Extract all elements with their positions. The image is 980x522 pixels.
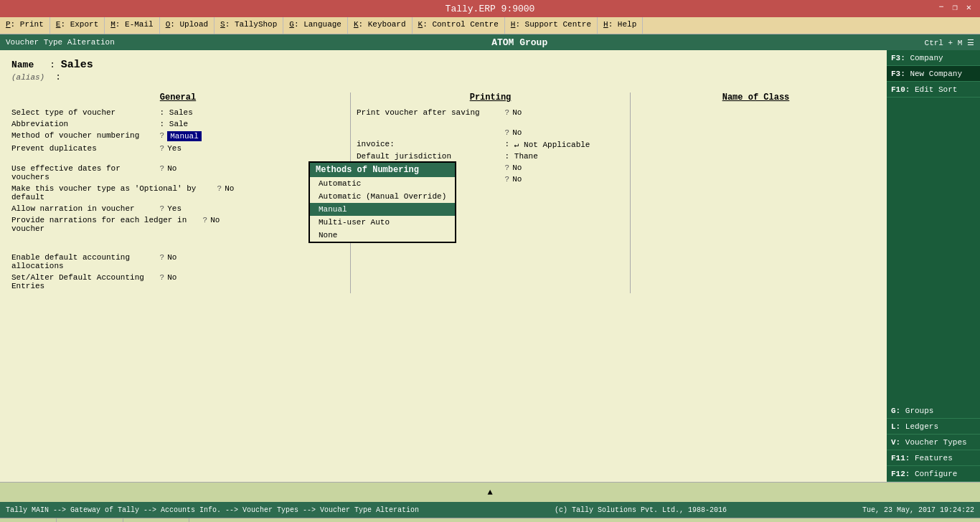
numbering-method-value[interactable]: Manual — [167, 131, 202, 141]
menu-support[interactable]: H: Support Centre — [505, 17, 598, 34]
name-of-class-column: Name of Class — [630, 92, 881, 293]
dropdown-item-multi-user-auto[interactable]: Multi-user Auto — [310, 216, 455, 229]
right-sidebar: F3: Company F3: New Company F10: Edit So… — [887, 50, 980, 482]
general-header: General — [11, 92, 344, 103]
alias-label: (alias) — [11, 73, 44, 82]
content-area: Name : Sales (alias) : General Select ty… — [0, 50, 887, 482]
dropdown-title: Methods of Numbering — [310, 163, 455, 177]
form-row: Provide narrations for each ledger in vo… — [11, 216, 344, 233]
form-row-numbering: Method of voucher numbering ? Manual — [11, 131, 344, 141]
quit-button[interactable]: Q: Quit — [0, 518, 57, 522]
up-arrow-icon: ▲ — [487, 488, 492, 498]
name-of-class-header: Name of Class — [636, 92, 875, 103]
sidebar-btn-company[interactable]: F3: Company — [887, 50, 980, 66]
ctrl-m: Ctrl + M ☰ — [925, 38, 974, 47]
name-label: Name — [11, 60, 34, 70]
dropdown-item-manual[interactable]: Manual — [310, 203, 455, 216]
menu-tallyshop[interactable]: S: TallyShop — [215, 17, 283, 34]
headerbar: Voucher Type Alteration ATOM Group Ctrl … — [0, 34, 980, 50]
footerbar: Q: Quit A: Accept D: Delete Ctrl + N — [0, 518, 980, 522]
statusbar: Tally MAIN --> Gateway of Tally --> Acco… — [0, 502, 980, 518]
restore-button[interactable]: ❐ — [950, 2, 961, 13]
menu-email[interactable]: M: E-Mail — [105, 17, 159, 34]
delete-button[interactable]: D: Delete — [123, 518, 189, 522]
menu-upload[interactable]: O: Upload — [160, 17, 215, 34]
form-row: Set/Alter Default Accounting Entries ? N… — [11, 273, 344, 290]
menu-help[interactable]: H: Help — [598, 17, 643, 34]
form-row: Default jurisdiction : Thane — [357, 152, 624, 161]
menu-control-centre[interactable]: K: Control Centre — [413, 17, 505, 34]
sidebar-btn-new-company[interactable]: F3: New Company — [887, 66, 980, 82]
menu-language[interactable]: G: Language — [283, 17, 348, 34]
minimize-button[interactable]: − — [936, 2, 946, 13]
form-row: Print voucher after saving ? No — [357, 108, 624, 117]
form-row: Prevent duplicates ? Yes — [11, 144, 344, 153]
close-button[interactable]: ✕ — [963, 2, 974, 13]
name-value[interactable]: Sales — [61, 59, 93, 71]
form-title: Voucher Type Alteration — [6, 38, 115, 47]
form-row: Select type of voucher : Sales — [11, 108, 344, 117]
menubar: P: Print E: Export M: E-Mail O: Upload S… — [0, 17, 980, 34]
general-column: General Select type of voucher : Sales A… — [6, 92, 350, 293]
menu-keyboard[interactable]: K: Keyboard — [348, 17, 413, 34]
form-row: Enable default accounting allocations ? … — [11, 253, 344, 270]
sidebar-btn-configure[interactable]: F12: Configure — [887, 466, 980, 482]
printing-header: Printing — [357, 92, 624, 103]
form-row: invoice: : ↵ Not Applicable — [357, 140, 624, 149]
form-row: Allow narration in voucher ? Yes — [11, 204, 344, 213]
form-row: Make this voucher type as 'Optional' by … — [11, 184, 344, 201]
form-row: Use effective dates for vouchers ? No — [11, 164, 344, 181]
datetime: Tue, 23 May, 2017 19:24:22 — [862, 506, 974, 514]
sidebar-btn-features[interactable]: F11: Features — [887, 450, 980, 466]
sidebar-btn-edit-sort[interactable]: F10: Edit Sort — [887, 82, 980, 98]
accept-button[interactable]: A: Accept — [57, 518, 123, 522]
name-section: Name : Sales (alias) : — [6, 56, 881, 87]
menu-print[interactable]: P: Print — [0, 17, 50, 34]
sidebar-btn-groups[interactable]: G: Groups — [887, 403, 980, 419]
menu-export[interactable]: E: Export — [50, 17, 105, 34]
form-row: Abbreviation : Sale — [11, 120, 344, 128]
app-title: Tally.ERP 9:9000 — [446, 4, 535, 14]
bottom-arrow-bar: ▲ — [0, 482, 980, 502]
form-row: ? No — [357, 128, 624, 137]
methods-of-numbering-dropdown[interactable]: Methods of Numbering Automatic Automatic… — [308, 161, 456, 243]
dropdown-item-automatic-manual-override[interactable]: Automatic (Manual Override) — [310, 190, 455, 203]
sidebar-btn-ledgers[interactable]: L: Ledgers — [887, 419, 980, 435]
dropdown-item-automatic[interactable]: Automatic — [310, 177, 455, 190]
dropdown-item-none[interactable]: None — [310, 229, 455, 242]
copyright: (c) Tally Solutions Pvt. Ltd., 1988-2016 — [555, 506, 727, 514]
sidebar-btn-voucher-types[interactable]: V: Voucher Types — [887, 435, 980, 450]
breadcrumb: Tally MAIN --> Gateway of Tally --> Acco… — [6, 506, 419, 514]
titlebar: Tally.ERP 9:9000 − ❐ ✕ — [0, 0, 980, 17]
company-name: ATOM Group — [491, 37, 547, 48]
ctrl-n-hint: Ctrl + N — [930, 518, 980, 522]
